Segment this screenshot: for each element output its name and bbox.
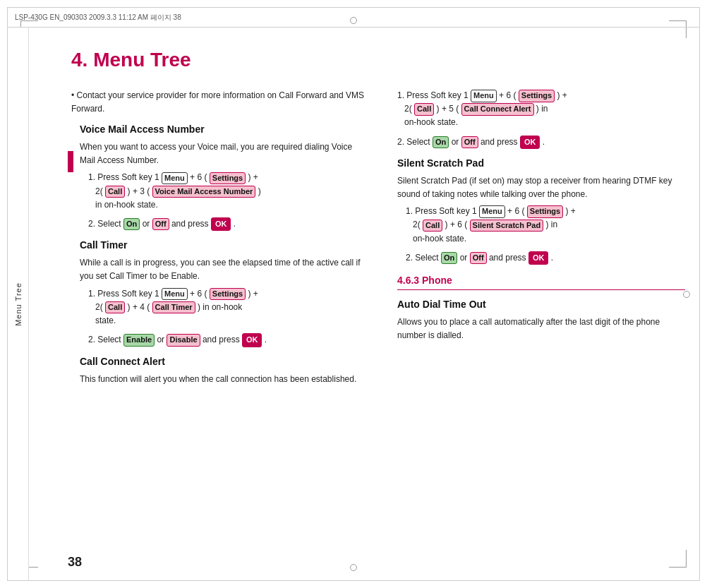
cca-call-badge: Call	[414, 103, 434, 115]
left-column: • Contact your service provider for more…	[71, 89, 368, 391]
ssp-num2: 2	[413, 220, 418, 229]
ssp-settings-badge: Settings	[527, 205, 563, 217]
cca-section-left: Call Connect Alert This function will al…	[80, 354, 368, 386]
ct-enable-badge: Enable	[123, 334, 155, 346]
ssp-plus1: + 6 (	[505, 206, 527, 216]
cca-instruction1: 1. Press Soft key 1 Menu + 6 ( Settings …	[397, 89, 685, 130]
page-title: 4. Menu Tree	[71, 49, 685, 71]
ssp-prefix: 1. Press Soft key 1	[406, 206, 479, 216]
calltimer-title: Call Timer	[80, 238, 368, 253]
header-text: LSP-430G EN_090303 2009.3.3 11:12 AM 페이지…	[15, 13, 181, 23]
cca-menu-badge: Menu	[471, 90, 497, 102]
cca-instruction2: 2. Select On or Off and press OK .	[397, 136, 685, 150]
ssp-or: or	[457, 253, 469, 263]
ct-press: and press	[200, 335, 242, 344]
ssp-instruction2: 2. Select On or Off and press OK .	[406, 251, 685, 265]
ct-ok-badge: OK	[242, 333, 262, 347]
cca-off-badge: Off	[461, 136, 478, 148]
cca-inst1-state: on-hook state.	[397, 116, 685, 129]
vman-instruction1: 1. Press Soft key 1 Menu + 6 ( Settings …	[88, 171, 368, 212]
calltimer-inst1-state: state.	[88, 314, 368, 328]
cca-plus1: + 6 (	[497, 90, 519, 100]
vman-plus2: ) +	[246, 172, 258, 182]
ssp-sel: 2. Select	[406, 253, 441, 263]
ssp-body: Silent Scratch Pad (if set on) may stop …	[397, 174, 685, 200]
ct-ctimer-badge: Call Timer	[152, 301, 195, 313]
vman-instruction2: 2. Select On or Off and press OK .	[88, 217, 368, 232]
vman-state: in on-hook state.	[95, 200, 158, 210]
ssp-press: and press	[487, 253, 528, 263]
ct-state: state.	[95, 316, 116, 325]
cca-inst1-line2: 2( Call ) + 5 ( Call Connect Alert ) in	[397, 102, 685, 116]
ssp-title: Silent Scratch Pad	[397, 156, 685, 171]
ssp-off-badge: Off	[470, 252, 487, 264]
ssp-end: ) in	[543, 220, 557, 229]
intro-text: • Contact your service provider for more…	[71, 89, 368, 115]
ct-or: or	[155, 335, 167, 344]
ct-num2: 2	[95, 302, 100, 312]
sidebar-label: Menu Tree	[14, 282, 23, 326]
cca-state: on-hook state.	[404, 117, 458, 127]
calltimer-instruction2: 2. Select Enable or Disable and press OK…	[88, 333, 368, 347]
ssp-menu-badge: Menu	[479, 205, 505, 217]
vman-end2: .	[231, 219, 236, 229]
ct-sel: 2. Select	[88, 335, 123, 344]
vman-end: )	[255, 186, 260, 196]
cca-inst1-line1: 1. Press Soft key 1 Menu + 6 ( Settings …	[397, 89, 685, 102]
vman-title: Voice Mail Access Number	[80, 122, 368, 137]
ct-disable-badge: Disable	[167, 334, 200, 346]
vman-section: Voice Mail Access Number When you want t…	[80, 122, 368, 231]
ct-menu-badge: Menu	[162, 288, 188, 300]
calltimer-inst1-line2: 2( Call ) + 4 ( Call Timer ) in on-hook	[88, 301, 368, 314]
ct-call-badge: Call	[105, 301, 125, 313]
ssp-state: on-hook state.	[413, 234, 466, 244]
vman-ok-badge: OK	[211, 217, 231, 231]
cca-or: or	[449, 137, 461, 147]
ct-plus1: + 6 (	[188, 289, 210, 299]
vman-plus1: + 6 (	[188, 172, 210, 182]
vman-prefix: 1. Press Soft key 1	[88, 172, 162, 182]
right-column: 1. Press Soft key 1 Menu + 6 ( Settings …	[389, 89, 685, 391]
cca-title-left: Call Connect Alert	[80, 354, 368, 369]
cca-plus2: ) +	[555, 90, 567, 100]
vman-menu-badge: Menu	[162, 172, 188, 184]
ssp-ok-badge: OK	[528, 251, 549, 265]
ct-prefix: 1. Press Soft key 1	[88, 289, 162, 299]
ssp-inst1-line2: 2( Call ) + 6 ( Silent Scratch Pad ) in	[406, 218, 685, 232]
vman-press: and press	[169, 219, 211, 229]
vman-on-badge: On	[123, 218, 140, 230]
ssp-instruction1: 1. Press Soft key 1 Menu + 6 ( Settings …	[406, 205, 685, 246]
page-header: LSP-430G EN_090303 2009.3.3 11:12 AM 페이지…	[8, 8, 699, 28]
ssp-plus2: ) +	[563, 206, 576, 216]
vman-off-badge: Off	[152, 218, 169, 230]
vman-plus3: ) + 3 (	[125, 186, 152, 196]
cca-num2: 2	[404, 104, 409, 114]
main-content: 4. Menu Tree • Contact your service prov…	[29, 28, 699, 580]
ssp-on-badge: On	[441, 252, 457, 264]
autodial-body: Allows you to place a call automatically…	[397, 316, 685, 342]
ssp-section: Silent Scratch Pad Silent Scratch Pad (i…	[397, 156, 685, 265]
cca-prefix: 1. Press Soft key 1	[397, 90, 471, 100]
ssp-inst1-line1: 1. Press Soft key 1 Menu + 6 ( Settings …	[406, 205, 685, 218]
cca-on-badge: On	[433, 136, 449, 148]
page-number: 38	[68, 555, 82, 570]
cca-body-left: This function will alert you when the ca…	[80, 373, 368, 386]
two-column-layout: • Contact your service provider for more…	[71, 89, 685, 391]
vman-num2: 2	[95, 186, 100, 196]
cca-press: and press	[478, 137, 520, 147]
ssp-end2: .	[548, 253, 553, 263]
vman-call-badge: Call	[105, 186, 125, 198]
calltimer-inst1-line1: 1. Press Soft key 1 Menu + 6 ( Settings …	[88, 287, 368, 301]
cca-ok-badge: OK	[520, 136, 540, 149]
ssp-call-badge: Call	[423, 220, 442, 232]
sidebar: Menu Tree	[8, 28, 29, 580]
ssp-ssp-badge: Silent Scratch Pad	[470, 220, 544, 232]
ct-plus2: ) +	[246, 289, 258, 299]
calltimer-section: Call Timer While a call is in progress, …	[80, 238, 368, 347]
cca-sel: 2. Select	[397, 137, 433, 147]
vman-inst1-line1: 1. Press Soft key 1 Menu + 6 ( Settings …	[88, 171, 368, 184]
vman-vman-badge: Voice Mail Access Number	[152, 186, 256, 198]
autodial-title: Auto Dial Time Out	[397, 297, 685, 312]
page-outer: LSP-430G EN_090303 2009.3.3 11:12 AM 페이지…	[7, 7, 700, 581]
content-area: Menu Tree 4. Menu Tree • Contact your se…	[8, 28, 699, 580]
